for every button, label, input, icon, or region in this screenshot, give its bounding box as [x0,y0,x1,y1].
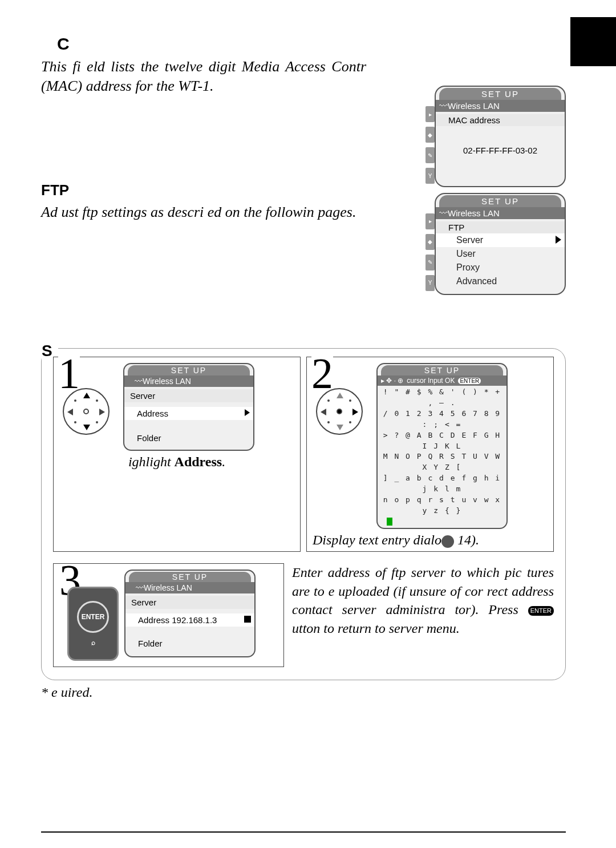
step3-row-address[interactable]: Address 192.168.1.3 [125,613,254,627]
page-content: C This fi eld lists the twelve digit Med… [41,34,566,833]
side-icon-pencil: ✎ [425,147,435,163]
step3-title: SET UP [129,572,251,582]
dpad-up-down-icon [63,388,110,435]
ftp-item-proxy[interactable]: Proxy [436,261,565,274]
mac-heading-c: C [41,34,70,54]
step-3: 3 ENTER ⌕ SET UP 〰Wireless LAN Server Ad… [53,563,284,667]
server-steps-box: S 1 SET UP 〰Wireless LAN [41,348,566,680]
step-2-number: 2 [311,352,333,395]
mac-screen-sub: 〰Wireless LAN [436,100,565,112]
dpad-right-icon [316,388,363,435]
ftp-item-advanced[interactable]: Advanced [436,274,565,288]
ftp-screen-title: SET UP [439,195,561,207]
step2-title: SET UP [381,365,503,375]
page-ref-icon [441,535,454,548]
footer-rule [41,831,566,833]
chevron-right-icon [556,236,561,244]
step2-caption: Display text entry dialo 14). [307,529,553,551]
step3-text: Enter address of ftp server to which pic… [292,563,554,667]
step-1-number: 1 [58,352,80,395]
ftp-item-user[interactable]: User [436,247,565,261]
side-icon-play: ▸ [425,213,435,229]
mac-intro-text: This fi eld lists the twelve digit Media… [41,57,366,96]
step3-section: Server [125,596,254,609]
side-icon-camera: ◆ [425,127,435,143]
step3-row-folder[interactable]: Folder [125,637,254,650]
ftp-screen-sub: 〰Wireless LAN [436,207,565,219]
step1-caption: ighlight Address. [54,451,300,473]
side-icon-camera: ◆ [425,234,435,250]
ftp-camera-screen: ▸ ◆ ✎ Y SET UP 〰Wireless LAN FTP Server … [435,193,572,295]
mac-row-label: MAC address [436,114,565,126]
step1-title: SET UP [128,365,250,375]
step3-sub: 〰Wireless LAN [125,582,254,593]
ftp-section-label: FTP [436,221,565,233]
chevron-right-icon [244,616,251,623]
step1-row-address[interactable]: Address [124,407,253,420]
enter-inline-icon: ENTER [528,606,554,616]
page-edge-tab [570,17,616,66]
ftp-intro-text: Ad ust ftp settings as descri ed on the … [41,203,366,222]
step3-screen: SET UP 〰Wireless LAN Server Address 192.… [124,570,256,657]
mac-screen-title: SET UP [439,88,561,100]
footnote: * e uired. [41,685,566,700]
mac-value: 02-FF-FF-FF-03-02 [436,142,565,159]
ftp-item-server[interactable]: Server [436,233,565,247]
text-cursor [387,518,392,526]
step-1: 1 SET UP 〰Wireless LAN Server [53,357,301,552]
enter-button-illustration: ENTER ⌕ [67,587,119,661]
side-icon-play: ▸ [425,106,435,122]
step2-screen: SET UP ▸ ✥ · ⊕cursor Input OKENTER ! " #… [376,363,508,529]
step-2: 2 SET UP ▸ ✥ · ⊕cursor Input OKENTER ! " [306,357,554,552]
chevron-right-icon [245,409,250,416]
step2-hints: ▸ ✥ · ⊕cursor Input OKENTER [378,375,506,386]
step1-section: Server [124,389,253,402]
step2-char-grid[interactable]: ! " # $ % & ' ( ) * + , – . / 0 1 2 3 4 … [378,386,506,528]
side-icon-pencil: ✎ [425,255,435,270]
step1-sub: 〰Wireless LAN [124,375,253,387]
step1-screen: SET UP 〰Wireless LAN Server Address Fold… [123,363,254,451]
step1-row-folder[interactable]: Folder [124,431,253,445]
mac-camera-screen: ▸ ◆ ✎ Y SET UP 〰Wireless LAN MAC address… [435,86,572,187]
side-icon-wrench: Y [425,275,435,291]
